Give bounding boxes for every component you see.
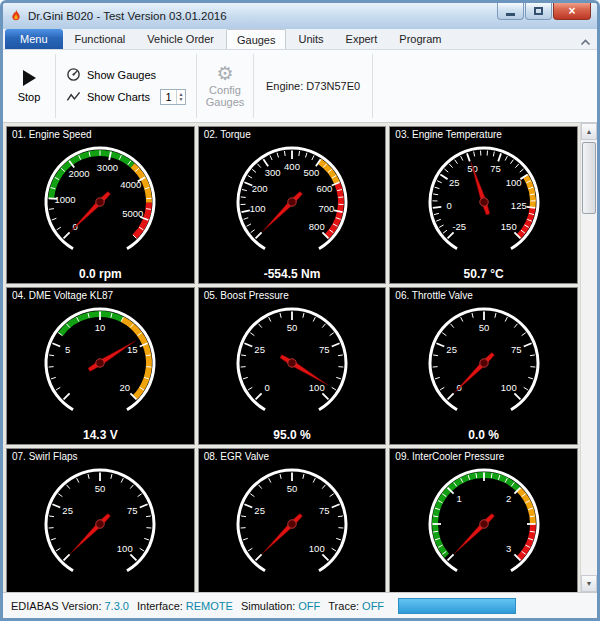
tab-list: FunctionalVehicle OrderGaugesUnitsExpert…	[65, 29, 452, 49]
gauge-tile: 08. EGR Valve255075100	[198, 448, 387, 592]
gauge-dial: -250255075100125150	[392, 140, 576, 260]
svg-text:3: 3	[506, 543, 511, 554]
svg-text:300: 300	[265, 167, 281, 178]
svg-text:100: 100	[250, 203, 266, 214]
svg-text:25: 25	[254, 344, 265, 355]
chart-line-icon	[66, 90, 81, 105]
gauge-dial: 123	[392, 462, 576, 582]
gauge-title: 09. InterCooler Pressure	[395, 451, 504, 462]
gauge-tile: 01. Engine Speed0100020003000400050000.0…	[6, 126, 195, 284]
gauge-tile: 02. Torque100200300400500600700800-554.5…	[198, 126, 387, 284]
svg-text:150: 150	[500, 221, 516, 232]
svg-text:75: 75	[319, 344, 330, 355]
window-title: Dr.Gini B020 - Test Version 03.01.2016	[28, 10, 227, 22]
gauge-title: 02. Torque	[204, 129, 251, 140]
show-gauges-button[interactable]: Show Gauges	[66, 67, 186, 82]
svg-text:50: 50	[478, 322, 489, 333]
tab-units[interactable]: Units	[288, 29, 333, 49]
charts-count-value: 1	[161, 90, 176, 104]
show-charts-button[interactable]: Show Charts 1 ▲ ▼	[66, 89, 186, 105]
svg-text:3000: 3000	[97, 162, 118, 173]
spinner-arrows-icon[interactable]: ▲ ▼	[176, 90, 185, 104]
minimize-button[interactable]	[497, 3, 524, 20]
spinner-down-icon[interactable]: ▼	[179, 97, 184, 102]
svg-text:400: 400	[284, 161, 300, 172]
svg-text:75: 75	[490, 163, 501, 174]
status-value: 7.3.0	[105, 600, 129, 612]
engine-label: Engine: D73N57E0	[266, 80, 360, 92]
svg-text:10: 10	[95, 322, 106, 333]
close-icon: ×	[568, 4, 575, 18]
close-button[interactable]: ×	[553, 3, 591, 20]
ribbon-separator	[372, 54, 373, 118]
gauge-title: 06. Throttle Valve	[395, 290, 472, 301]
progress-bar	[398, 598, 516, 614]
svg-text:1: 1	[456, 493, 461, 504]
gauge-tile: 07. Swirl Flaps255075100	[6, 448, 195, 592]
tab-expert[interactable]: Expert	[336, 29, 388, 49]
svg-text:4000: 4000	[120, 179, 141, 190]
svg-text:800: 800	[309, 221, 325, 232]
svg-text:100: 100	[309, 543, 325, 554]
tab-program[interactable]: Program	[389, 29, 451, 49]
play-icon	[23, 70, 36, 86]
engine-group: Engine: D73N57E0	[254, 52, 372, 120]
menu-button[interactable]: Menu	[5, 29, 63, 49]
svg-text:5: 5	[65, 344, 70, 355]
gauge-tile: 03. Engine Temperature-25025507510012515…	[389, 126, 578, 284]
status-segments: EDIABAS Version:7.3.0Interface:REMOTESim…	[11, 600, 392, 612]
gear-icon: ⚙	[216, 64, 233, 84]
tab-gauges[interactable]: Gauges	[226, 29, 287, 49]
gauge-title: 03. Engine Temperature	[395, 129, 502, 140]
status-label: EDIABAS Version:	[11, 600, 102, 612]
minimize-icon	[506, 13, 515, 16]
ribbon-collapse-chevron-icon[interactable]	[580, 39, 591, 46]
scrollbar-thumb[interactable]	[582, 142, 596, 214]
svg-text:25: 25	[449, 177, 460, 188]
svg-text:50: 50	[287, 483, 298, 494]
scroll-down-icon: ▼	[586, 580, 593, 587]
status-value: REMOTE	[186, 600, 233, 612]
svg-text:0: 0	[265, 382, 270, 393]
status-bar: EDIABAS Version:7.3.0Interface:REMOTESim…	[3, 592, 597, 618]
scroll-up-icon: ▲	[586, 128, 593, 135]
gauge-dial-icon	[66, 67, 81, 82]
gauge-title: 01. Engine Speed	[12, 129, 92, 140]
svg-text:25: 25	[63, 505, 74, 516]
svg-text:25: 25	[446, 344, 457, 355]
svg-text:25: 25	[254, 505, 265, 516]
svg-text:2000: 2000	[69, 168, 90, 179]
gauge-dial: 0255075100	[200, 301, 384, 421]
scroll-up-button[interactable]: ▲	[581, 123, 597, 140]
config-gauges-button[interactable]: ⚙ Config Gauges	[197, 52, 253, 120]
gauge-dial: 100200300400500600700800	[200, 140, 384, 260]
gauge-value: 0.0 %	[390, 428, 577, 442]
gauge-dial: 255075100	[200, 462, 384, 582]
gauge-tile: 05. Boost Pressure025507510095.0 %	[198, 287, 387, 445]
gauge-grid: 01. Engine Speed0100020003000400050000.0…	[3, 123, 580, 592]
stop-button-label: Stop	[18, 91, 41, 103]
svg-text:1000: 1000	[55, 194, 76, 205]
vertical-scrollbar[interactable]: ▲ ▼	[580, 123, 597, 592]
tab-vehicle-order[interactable]: Vehicle Order	[137, 29, 224, 49]
svg-text:100: 100	[117, 543, 133, 554]
status-label: Trace:	[328, 600, 359, 612]
gauge-title: 05. Boost Pressure	[204, 290, 289, 301]
gauge-title: 07. Swirl Flaps	[12, 451, 78, 462]
titlebar[interactable]: Dr.Gini B020 - Test Version 03.01.2016 ×	[3, 3, 597, 29]
gauge-dial: 255075100	[8, 462, 192, 582]
tab-functional[interactable]: Functional	[65, 29, 136, 49]
maximize-button[interactable]	[525, 3, 552, 20]
scroll-down-button[interactable]: ▼	[581, 575, 597, 592]
gauge-title: 04. DME Voltage KL87	[12, 290, 113, 301]
svg-text:50: 50	[287, 322, 298, 333]
charts-count-spinner[interactable]: 1 ▲ ▼	[160, 89, 186, 105]
stop-button[interactable]: Stop	[3, 52, 55, 120]
gauge-area: 01. Engine Speed0100020003000400050000.0…	[3, 123, 597, 592]
svg-text:600: 600	[316, 183, 332, 194]
svg-text:50: 50	[95, 483, 106, 494]
gauge-dial: 010002000300040005000	[8, 140, 192, 260]
gauge-value: -554.5 Nm	[199, 267, 386, 281]
svg-text:75: 75	[511, 344, 522, 355]
svg-text:100: 100	[500, 382, 516, 393]
